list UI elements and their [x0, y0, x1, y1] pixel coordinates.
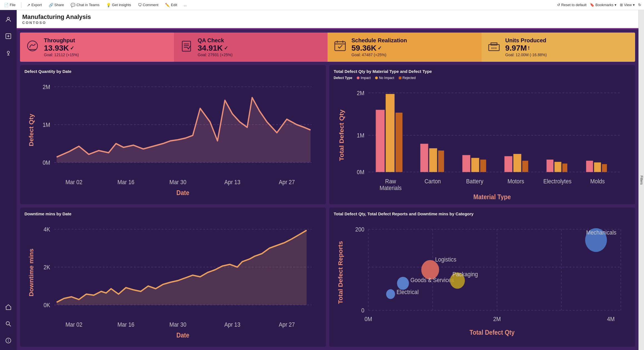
svg-rect-50: [438, 151, 444, 172]
edit-label: Edit: [171, 3, 177, 7]
share-label: Share: [54, 3, 64, 7]
material-defect-chart: Total Defect Qty by Material Type and De…: [329, 65, 635, 204]
svg-point-9: [8, 339, 9, 340]
svg-text:Apr 13: Apr 13: [224, 179, 240, 185]
svg-text:Electrolytes: Electrolytes: [543, 178, 571, 184]
svg-point-5: [6, 322, 9, 325]
edit-button[interactable]: ✏️ Edit: [164, 3, 178, 7]
get-insights-button[interactable]: 💡 Get insights: [105, 3, 132, 7]
charts-grid: Defect Quantity by Date 2M 1M 0M: [20, 65, 635, 347]
svg-text:4M: 4M: [607, 316, 615, 322]
get-insights-label: Get insights: [112, 3, 131, 7]
filters-label: Filters: [640, 176, 643, 185]
svg-text:Apr 27: Apr 27: [279, 179, 295, 185]
throughput-content: Throughput 13.93K ✓ Goal: 12112 (+15%): [44, 37, 79, 57]
svg-text:2M: 2M: [357, 90, 364, 96]
comment-button[interactable]: 🗨 Comment: [137, 3, 159, 7]
view-label: View: [624, 3, 632, 7]
qa-label: QA Check: [198, 37, 233, 44]
svg-text:1M: 1M: [357, 132, 364, 139]
svg-point-103: [397, 277, 409, 290]
svg-rect-48: [420, 144, 428, 172]
qa-value: 34.91K ✓: [198, 44, 233, 53]
reset-icon: ↺: [557, 3, 560, 7]
svg-text:Raw: Raw: [385, 178, 396, 184]
svg-text:Apr 13: Apr 13: [224, 321, 240, 328]
chat-in-teams-label: Chat in Teams: [76, 3, 99, 7]
downtime-chart: Downtime mins by Date 4K 2K 0K: [20, 208, 326, 347]
svg-rect-61: [594, 162, 601, 172]
svg-rect-58: [555, 162, 561, 172]
bookmarks-button[interactable]: 🔖 Bookmarks ▾: [590, 3, 616, 7]
dashboard-body: Throughput 13.93K ✓ Goal: 12112 (+15%): [17, 29, 638, 350]
downtime-title: Downtime mins by Date: [24, 211, 321, 216]
svg-text:Mar 02: Mar 02: [66, 179, 83, 185]
svg-text:Battery: Battery: [466, 178, 484, 184]
throughput-value: 13.93K ✓: [44, 44, 79, 53]
svg-text:Mechanicals: Mechanicals: [586, 229, 616, 236]
svg-rect-16: [335, 42, 345, 51]
svg-text:Material Type: Material Type: [473, 193, 511, 200]
kpi-row: Throughput 13.93K ✓ Goal: 12112 (+15%): [20, 33, 635, 62]
material-defect-title: Total Defect Qty by Material Type and De…: [334, 69, 631, 74]
content-area: Manufacturing Analysis CONTOSO Throug: [17, 10, 638, 350]
report-header: Manufacturing Analysis CONTOSO: [17, 10, 638, 29]
separator-1: [21, 2, 21, 8]
bookmarks-chevron: ▾: [615, 3, 616, 7]
reset-button[interactable]: ↺ Reset to default: [557, 3, 586, 7]
qa-check-icon: [179, 39, 193, 55]
more-button[interactable]: ...: [183, 3, 188, 7]
svg-rect-62: [602, 164, 607, 172]
kpi-units-produced: Units Produced 9.97M ! Goal: 12.00M (-16…: [481, 33, 635, 62]
schedule-label: Schedule Realization: [351, 37, 407, 44]
nav-info-icon[interactable]: [3, 336, 13, 346]
units-value: 9.97M !: [505, 44, 547, 53]
material-defect-legend: Defect Type Impact No Impact Rejected: [334, 76, 631, 80]
svg-text:Mar 16: Mar 16: [118, 179, 134, 185]
svg-text:Packaging: Packaging: [453, 271, 478, 277]
svg-rect-51: [462, 155, 470, 172]
svg-text:Materials: Materials: [380, 184, 401, 191]
svg-text:Mar 30: Mar 30: [169, 179, 186, 185]
kpi-schedule: Schedule Realization 59.36K ✓ Goal: 4748…: [328, 33, 481, 62]
svg-rect-56: [522, 161, 528, 172]
nav-search-icon[interactable]: [3, 319, 13, 329]
svg-rect-12: [182, 41, 191, 51]
svg-text:Apr 27: Apr 27: [279, 321, 295, 328]
schedule-icon: [333, 39, 347, 55]
file-menu[interactable]: 📄 File: [3, 3, 17, 7]
share-icon: 🔗: [49, 3, 53, 7]
svg-text:2M: 2M: [493, 316, 501, 322]
nav-person-icon[interactable]: [3, 14, 13, 24]
export-button[interactable]: ↗ Export: [26, 3, 43, 7]
svg-rect-54: [505, 156, 513, 172]
svg-text:200: 200: [355, 226, 365, 233]
nav-pin-icon[interactable]: [3, 48, 13, 58]
svg-rect-52: [471, 158, 479, 172]
kpi-throughput: Throughput 13.93K ✓ Goal: 12112 (+15%): [20, 33, 174, 62]
svg-text:1M: 1M: [43, 121, 50, 128]
svg-text:Date: Date: [176, 189, 189, 196]
share-button[interactable]: 🔗 Share: [48, 3, 65, 7]
svg-text:Downtime mins: Downtime mins: [28, 248, 35, 296]
kpi-qa-check: QA Check 34.91K ✓ Goal: 27931 (+25%): [174, 33, 328, 62]
svg-text:Date: Date: [176, 332, 189, 339]
throughput-label: Throughput: [44, 37, 79, 44]
nav-home-icon[interactable]: [3, 302, 13, 312]
legend-no-impact: No Impact: [375, 76, 394, 80]
svg-text:Goods & Services: Goods & Services: [410, 277, 454, 284]
view-button[interactable]: ⊞ View ▾: [620, 3, 635, 7]
refresh-button[interactable]: ↻: [638, 3, 641, 7]
svg-text:0M: 0M: [43, 159, 50, 166]
svg-rect-53: [480, 160, 486, 172]
export-icon: ↗: [27, 3, 30, 7]
chat-in-teams-button[interactable]: 💬 Chat in Teams: [69, 3, 101, 7]
svg-text:0: 0: [361, 307, 365, 314]
svg-text:0M: 0M: [365, 316, 372, 322]
filters-sidebar[interactable]: Filters: [638, 10, 644, 350]
svg-line-6: [9, 325, 11, 326]
defect-qty-title: Defect Quantity by Date: [24, 69, 321, 74]
svg-text:2K: 2K: [44, 264, 50, 270]
svg-marker-85: [57, 230, 307, 305]
nav-edit-icon[interactable]: [3, 31, 13, 41]
